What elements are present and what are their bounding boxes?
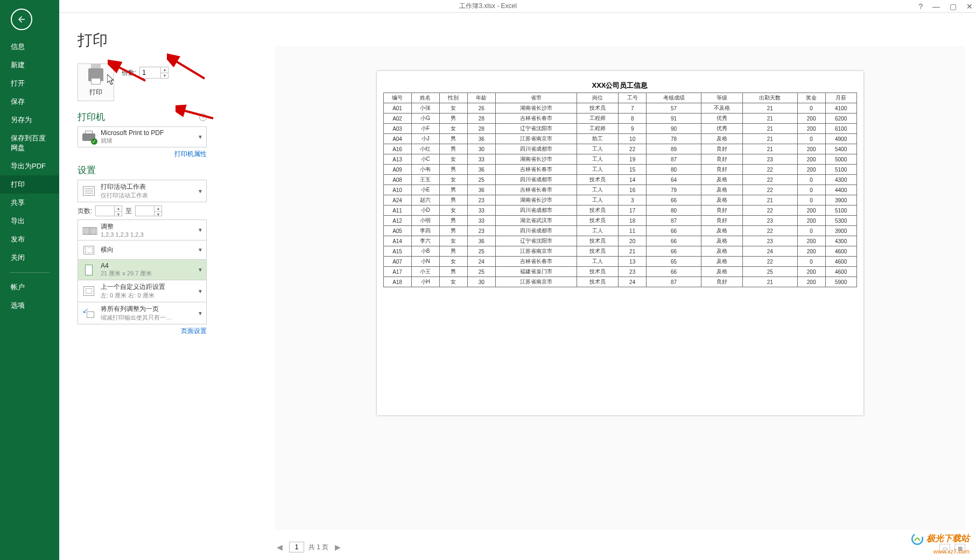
table-cell: 优秀: [701, 114, 742, 124]
table-cell: 小J: [411, 134, 439, 144]
sidebar-item[interactable]: 保存: [0, 93, 59, 111]
table-cell: A09: [383, 165, 411, 175]
sidebar-item[interactable]: 导出为PDF: [0, 157, 59, 175]
table-cell: 22: [742, 165, 797, 175]
table-cell: 36: [467, 134, 495, 144]
sidebar-item[interactable]: 共享: [0, 194, 59, 212]
sidebar-item[interactable]: 选项: [0, 296, 59, 315]
restore-button[interactable]: ▢: [950, 2, 957, 11]
prev-page-button[interactable]: ◀: [275, 543, 285, 551]
sidebar-item[interactable]: 关闭: [0, 249, 59, 267]
info-icon[interactable]: i: [199, 114, 207, 121]
orientation-dropdown[interactable]: 横向 ▼: [78, 240, 206, 260]
sidebar-item[interactable]: 打开: [0, 74, 59, 93]
print-button[interactable]: 打印: [78, 63, 114, 101]
table-cell: 良好: [701, 216, 742, 226]
table-cell: 0: [797, 257, 825, 267]
table-cell: 200: [797, 246, 825, 257]
sidebar-item[interactable]: 帐户: [0, 278, 59, 296]
table-cell: A03: [383, 124, 411, 134]
table-cell: 6100: [825, 124, 856, 134]
pages-to-label: 至: [125, 207, 132, 216]
next-page-button[interactable]: ▶: [333, 543, 343, 551]
collate-sub: 1,2,3 1,2,3 1,2,3: [101, 231, 198, 238]
print-what-dropdown[interactable]: 打印活动工作表 仅打印活动工作表 ▼: [78, 180, 207, 202]
table-cell: A05: [383, 226, 411, 236]
table-cell: 23: [467, 195, 495, 205]
table-cell: 10: [619, 134, 647, 144]
sidebar-item[interactable]: 另存为: [0, 111, 59, 129]
copies-down[interactable]: ▼: [161, 73, 168, 79]
copies-input[interactable]: [140, 67, 160, 78]
minimize-button[interactable]: —: [932, 2, 940, 11]
table-cell: 男: [439, 246, 467, 257]
page-from-input[interactable]: [96, 206, 114, 216]
table-cell: 0: [797, 226, 825, 236]
table-header-cell: 省市: [495, 93, 577, 103]
sidebar-item[interactable]: 保存到百度网盘: [0, 129, 59, 157]
table-cell: 200: [797, 236, 825, 246]
watermark-logo-icon: [910, 532, 924, 546]
table-row: A02小G男28吉林省长春市工程师891优秀212006200: [383, 114, 856, 124]
preview-table: 编号姓名性别年龄省市岗位工号考核成绩等级出勤天数奖金月薪 A01小张女26湖南省…: [383, 93, 857, 287]
table-cell: 24: [467, 257, 495, 267]
watermark-text-2: www.xz7.com: [933, 548, 970, 555]
table-cell: 及格: [701, 195, 742, 205]
table-cell: 15: [619, 165, 647, 175]
printer-properties-link[interactable]: 打印机属性: [78, 150, 207, 159]
table-row: A10小E男36吉林省长春市工人1679及格2204400: [383, 185, 856, 195]
sidebar-item[interactable]: 导出: [0, 212, 59, 230]
table-cell: 及格: [701, 246, 742, 257]
copies-up[interactable]: ▲: [161, 67, 168, 73]
table-cell: A08: [383, 175, 411, 185]
printer-dropdown[interactable]: ✓ Microsoft Print to PDF 就绪 ▼: [78, 126, 207, 147]
table-cell: 4300: [825, 236, 856, 246]
table-cell: 5100: [825, 165, 856, 175]
page-number-input[interactable]: [289, 542, 304, 552]
table-cell: 王五: [411, 175, 439, 185]
sidebar-item[interactable]: 信息: [0, 38, 59, 56]
table-row: A01小张女26湖南省长沙市技术员757不及格2104100: [383, 103, 856, 114]
table-cell: 64: [647, 175, 701, 185]
table-cell: 四川省成都市: [495, 226, 577, 236]
close-button[interactable]: ✕: [966, 2, 973, 11]
table-cell: 0: [797, 103, 825, 114]
table-cell: A12: [383, 216, 411, 226]
table-cell: 22: [742, 185, 797, 195]
table-cell: 200: [797, 277, 825, 287]
table-row: A09小韦男36吉林省长春市工人1580良好222005100: [383, 165, 856, 175]
sidebar-item[interactable]: 打印: [0, 175, 59, 194]
paper-main: A4: [101, 262, 198, 270]
sidebar-item[interactable]: 发布: [0, 230, 59, 249]
table-cell: 湖南省长沙市: [495, 154, 577, 165]
table-cell: 及格: [701, 226, 742, 236]
table-cell: 200: [797, 114, 825, 124]
table-cell: A17: [383, 267, 411, 277]
table-cell: A14: [383, 236, 411, 246]
table-cell: 25: [742, 267, 797, 277]
table-cell: 女: [439, 154, 467, 165]
help-icon[interactable]: ?: [918, 2, 923, 11]
paper-dropdown[interactable]: A4 21 厘米 x 29.7 厘米 ▼: [78, 260, 206, 280]
margins-dropdown[interactable]: 上一个自定义边距设置 左: 0 厘米 右: 0 厘米 ▼: [78, 280, 206, 302]
page-from-spinner[interactable]: ▲▼: [95, 205, 122, 216]
table-cell: 女: [439, 124, 467, 134]
chevron-down-icon: ▼: [198, 227, 203, 233]
sidebar-item[interactable]: 新建: [0, 56, 59, 74]
page-setup-link[interactable]: 页面设置: [78, 327, 207, 336]
table-row: A24赵六男23湖南省长沙市工人366及格2103900: [383, 195, 856, 205]
table-cell: A07: [383, 257, 411, 267]
print-preview-area: XXX公司员工信息 编号姓名性别年龄省市岗位工号考核成绩等级出勤天数奖金月薪 A…: [275, 46, 965, 530]
table-cell: 13: [619, 257, 647, 267]
page-to-spinner[interactable]: ▲▼: [135, 205, 162, 216]
margins-main: 上一个自定义边距设置: [101, 282, 198, 292]
table-cell: 4100: [825, 103, 856, 114]
table-header-cell: 姓名: [411, 93, 439, 103]
copies-spinner[interactable]: ▲▼: [139, 67, 168, 79]
table-cell: 男: [439, 134, 467, 144]
back-button[interactable]: [11, 9, 32, 30]
scaling-dropdown[interactable]: 将所有列调整为一页 缩减打印输出使其只有一… ▼: [78, 302, 206, 324]
table-cell: 女: [439, 103, 467, 114]
page-to-input[interactable]: [136, 206, 154, 216]
collate-dropdown[interactable]: ▥▥ 调整 1,2,3 1,2,3 1,2,3 ▼: [78, 220, 206, 240]
